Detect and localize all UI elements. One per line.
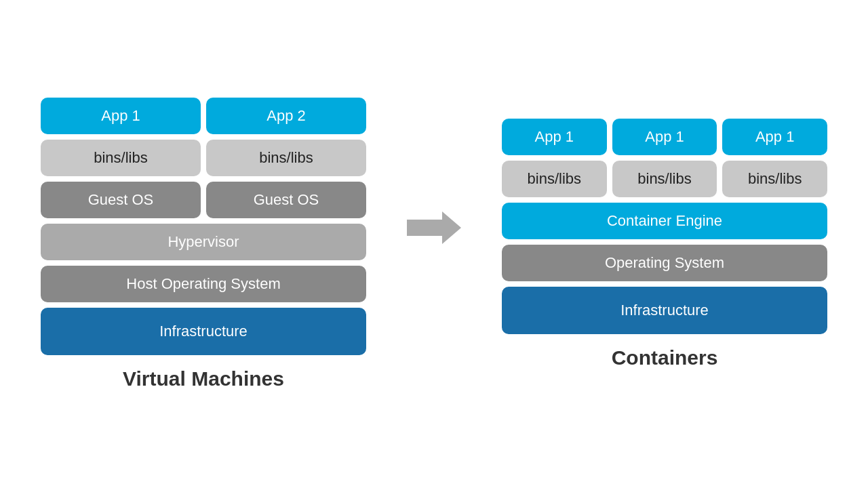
vm-guestos1-box: Guest OS	[41, 182, 201, 218]
containers-os-row: Operating System	[502, 245, 827, 281]
vm-guestos2-box: Guest OS	[206, 182, 366, 218]
containers-infra-row: Infrastructure	[502, 287, 827, 334]
vm-infra-row: Infrastructure	[41, 308, 366, 355]
containers-app-row: App 1 App 1 App 1	[502, 119, 827, 155]
vm-app-row: App 1 App 2	[41, 98, 366, 134]
svg-marker-0	[407, 211, 461, 244]
vm-section: App 1 App 2 bins/libs bins/libs Guest OS…	[41, 98, 366, 390]
vm-hypervisor-box: Hypervisor	[41, 224, 366, 260]
containers-label: Containers	[612, 346, 718, 369]
containers-app2-box: App 1	[612, 119, 717, 155]
vm-bins2-box: bins/libs	[206, 140, 366, 176]
containers-app1-box: App 1	[502, 119, 607, 155]
vm-hostos-row: Host Operating System	[41, 266, 366, 302]
main-container: App 1 App 2 bins/libs bins/libs Guest OS…	[27, 98, 841, 390]
vm-label: Virtual Machines	[123, 367, 284, 390]
vm-app2-box: App 2	[206, 98, 366, 134]
vm-bins-row: bins/libs bins/libs	[41, 140, 366, 176]
containers-bins3-box: bins/libs	[722, 161, 827, 197]
containers-engine-row: Container Engine	[502, 203, 827, 239]
containers-section: App 1 App 1 App 1 bins/libs bins/libs bi…	[502, 119, 827, 369]
containers-bins1-box: bins/libs	[502, 161, 607, 197]
vm-infra-box: Infrastructure	[41, 308, 366, 355]
containers-app3-box: App 1	[722, 119, 827, 155]
vm-hypervisor-row: Hypervisor	[41, 224, 366, 260]
arrow-container	[407, 207, 461, 281]
containers-bins-row: bins/libs bins/libs bins/libs	[502, 161, 827, 197]
vm-bins1-box: bins/libs	[41, 140, 201, 176]
containers-bins2-box: bins/libs	[612, 161, 717, 197]
arrow-icon	[407, 207, 461, 248]
vm-stack: App 1 App 2 bins/libs bins/libs Guest OS…	[41, 98, 366, 355]
containers-infra-box: Infrastructure	[502, 287, 827, 334]
containers-os-box: Operating System	[502, 245, 827, 281]
vm-hostos-box: Host Operating System	[41, 266, 366, 302]
containers-stack: App 1 App 1 App 1 bins/libs bins/libs bi…	[502, 119, 827, 334]
vm-guestos-row: Guest OS Guest OS	[41, 182, 366, 218]
container-engine-box: Container Engine	[502, 203, 827, 239]
vm-app1-box: App 1	[41, 98, 201, 134]
